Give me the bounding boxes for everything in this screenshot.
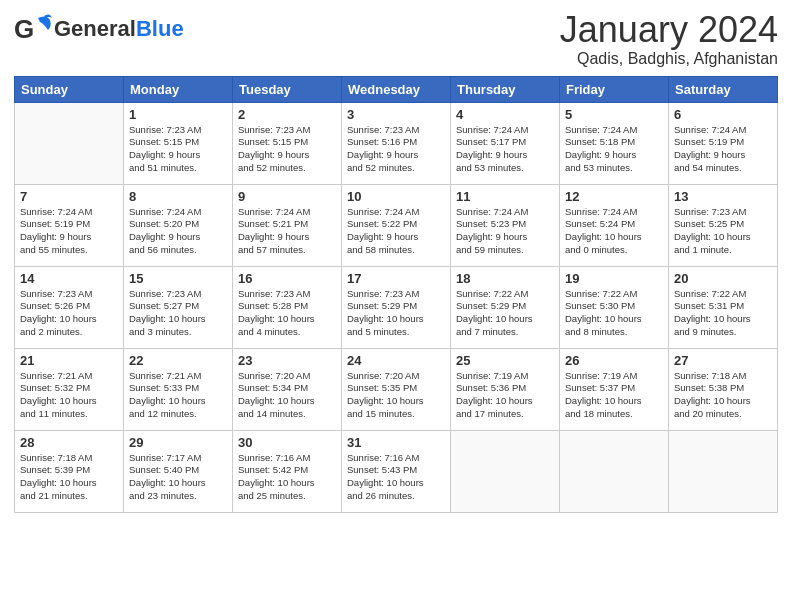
day-number: 17	[347, 271, 445, 286]
col-thursday: Thursday	[451, 76, 560, 102]
table-row: 20Sunrise: 7:22 AM Sunset: 5:31 PM Dayli…	[669, 266, 778, 348]
day-number: 16	[238, 271, 336, 286]
day-info: Sunrise: 7:23 AM Sunset: 5:29 PM Dayligh…	[347, 288, 445, 339]
day-number: 25	[456, 353, 554, 368]
table-row: 12Sunrise: 7:24 AM Sunset: 5:24 PM Dayli…	[560, 184, 669, 266]
calendar-week-row: 21Sunrise: 7:21 AM Sunset: 5:32 PM Dayli…	[15, 348, 778, 430]
table-row: 3Sunrise: 7:23 AM Sunset: 5:16 PM Daylig…	[342, 102, 451, 184]
table-row: 7Sunrise: 7:24 AM Sunset: 5:19 PM Daylig…	[15, 184, 124, 266]
day-number: 2	[238, 107, 336, 122]
day-number: 26	[565, 353, 663, 368]
table-row: 19Sunrise: 7:22 AM Sunset: 5:30 PM Dayli…	[560, 266, 669, 348]
day-info: Sunrise: 7:23 AM Sunset: 5:26 PM Dayligh…	[20, 288, 118, 339]
day-number: 7	[20, 189, 118, 204]
day-number: 8	[129, 189, 227, 204]
day-info: Sunrise: 7:17 AM Sunset: 5:40 PM Dayligh…	[129, 452, 227, 503]
table-row: 18Sunrise: 7:22 AM Sunset: 5:29 PM Dayli…	[451, 266, 560, 348]
day-info: Sunrise: 7:19 AM Sunset: 5:36 PM Dayligh…	[456, 370, 554, 421]
calendar-week-row: 1Sunrise: 7:23 AM Sunset: 5:15 PM Daylig…	[15, 102, 778, 184]
day-number: 30	[238, 435, 336, 450]
day-info: Sunrise: 7:16 AM Sunset: 5:43 PM Dayligh…	[347, 452, 445, 503]
day-number: 4	[456, 107, 554, 122]
col-monday: Monday	[124, 76, 233, 102]
day-number: 31	[347, 435, 445, 450]
table-row: 23Sunrise: 7:20 AM Sunset: 5:34 PM Dayli…	[233, 348, 342, 430]
calendar-table: Sunday Monday Tuesday Wednesday Thursday…	[14, 76, 778, 513]
table-row: 6Sunrise: 7:24 AM Sunset: 5:19 PM Daylig…	[669, 102, 778, 184]
day-info: Sunrise: 7:22 AM Sunset: 5:30 PM Dayligh…	[565, 288, 663, 339]
day-number: 18	[456, 271, 554, 286]
table-row: 31Sunrise: 7:16 AM Sunset: 5:43 PM Dayli…	[342, 430, 451, 512]
day-info: Sunrise: 7:24 AM Sunset: 5:19 PM Dayligh…	[674, 124, 772, 175]
day-number: 23	[238, 353, 336, 368]
day-info: Sunrise: 7:22 AM Sunset: 5:31 PM Dayligh…	[674, 288, 772, 339]
day-number: 15	[129, 271, 227, 286]
day-info: Sunrise: 7:22 AM Sunset: 5:29 PM Dayligh…	[456, 288, 554, 339]
day-number: 6	[674, 107, 772, 122]
table-row	[669, 430, 778, 512]
day-number: 9	[238, 189, 336, 204]
table-row	[451, 430, 560, 512]
calendar-page: G GeneralBlue January 2024 Qadis, Badghi…	[0, 0, 792, 612]
day-number: 21	[20, 353, 118, 368]
table-row	[560, 430, 669, 512]
logo-icon: G	[14, 10, 52, 48]
table-row: 28Sunrise: 7:18 AM Sunset: 5:39 PM Dayli…	[15, 430, 124, 512]
svg-text:G: G	[14, 14, 34, 44]
table-row: 16Sunrise: 7:23 AM Sunset: 5:28 PM Dayli…	[233, 266, 342, 348]
day-number: 1	[129, 107, 227, 122]
table-row: 30Sunrise: 7:16 AM Sunset: 5:42 PM Dayli…	[233, 430, 342, 512]
day-number: 3	[347, 107, 445, 122]
table-row: 25Sunrise: 7:19 AM Sunset: 5:36 PM Dayli…	[451, 348, 560, 430]
day-info: Sunrise: 7:20 AM Sunset: 5:34 PM Dayligh…	[238, 370, 336, 421]
logo: G GeneralBlue	[14, 10, 184, 48]
location: Qadis, Badghis, Afghanistan	[560, 50, 778, 68]
day-number: 5	[565, 107, 663, 122]
day-number: 13	[674, 189, 772, 204]
month-title: January 2024	[560, 10, 778, 50]
table-row: 17Sunrise: 7:23 AM Sunset: 5:29 PM Dayli…	[342, 266, 451, 348]
table-row: 27Sunrise: 7:18 AM Sunset: 5:38 PM Dayli…	[669, 348, 778, 430]
day-info: Sunrise: 7:24 AM Sunset: 5:17 PM Dayligh…	[456, 124, 554, 175]
table-row: 2Sunrise: 7:23 AM Sunset: 5:15 PM Daylig…	[233, 102, 342, 184]
day-info: Sunrise: 7:21 AM Sunset: 5:33 PM Dayligh…	[129, 370, 227, 421]
day-info: Sunrise: 7:24 AM Sunset: 5:20 PM Dayligh…	[129, 206, 227, 257]
col-wednesday: Wednesday	[342, 76, 451, 102]
table-row: 5Sunrise: 7:24 AM Sunset: 5:18 PM Daylig…	[560, 102, 669, 184]
day-number: 29	[129, 435, 227, 450]
table-row: 26Sunrise: 7:19 AM Sunset: 5:37 PM Dayli…	[560, 348, 669, 430]
day-number: 11	[456, 189, 554, 204]
table-row: 11Sunrise: 7:24 AM Sunset: 5:23 PM Dayli…	[451, 184, 560, 266]
day-info: Sunrise: 7:24 AM Sunset: 5:23 PM Dayligh…	[456, 206, 554, 257]
day-info: Sunrise: 7:16 AM Sunset: 5:42 PM Dayligh…	[238, 452, 336, 503]
calendar-week-row: 28Sunrise: 7:18 AM Sunset: 5:39 PM Dayli…	[15, 430, 778, 512]
day-number: 14	[20, 271, 118, 286]
table-row: 14Sunrise: 7:23 AM Sunset: 5:26 PM Dayli…	[15, 266, 124, 348]
calendar-header-row: Sunday Monday Tuesday Wednesday Thursday…	[15, 76, 778, 102]
table-row: 15Sunrise: 7:23 AM Sunset: 5:27 PM Dayli…	[124, 266, 233, 348]
day-info: Sunrise: 7:21 AM Sunset: 5:32 PM Dayligh…	[20, 370, 118, 421]
day-number: 22	[129, 353, 227, 368]
col-friday: Friday	[560, 76, 669, 102]
day-info: Sunrise: 7:18 AM Sunset: 5:39 PM Dayligh…	[20, 452, 118, 503]
table-row: 4Sunrise: 7:24 AM Sunset: 5:17 PM Daylig…	[451, 102, 560, 184]
calendar-week-row: 7Sunrise: 7:24 AM Sunset: 5:19 PM Daylig…	[15, 184, 778, 266]
logo-general-text: General	[54, 16, 136, 42]
day-number: 10	[347, 189, 445, 204]
day-info: Sunrise: 7:23 AM Sunset: 5:15 PM Dayligh…	[129, 124, 227, 175]
table-row: 8Sunrise: 7:24 AM Sunset: 5:20 PM Daylig…	[124, 184, 233, 266]
day-info: Sunrise: 7:24 AM Sunset: 5:21 PM Dayligh…	[238, 206, 336, 257]
table-row: 21Sunrise: 7:21 AM Sunset: 5:32 PM Dayli…	[15, 348, 124, 430]
day-info: Sunrise: 7:18 AM Sunset: 5:38 PM Dayligh…	[674, 370, 772, 421]
table-row: 1Sunrise: 7:23 AM Sunset: 5:15 PM Daylig…	[124, 102, 233, 184]
day-number: 27	[674, 353, 772, 368]
col-sunday: Sunday	[15, 76, 124, 102]
day-number: 28	[20, 435, 118, 450]
day-info: Sunrise: 7:23 AM Sunset: 5:27 PM Dayligh…	[129, 288, 227, 339]
day-info: Sunrise: 7:19 AM Sunset: 5:37 PM Dayligh…	[565, 370, 663, 421]
day-info: Sunrise: 7:24 AM Sunset: 5:22 PM Dayligh…	[347, 206, 445, 257]
logo-blue-text: Blue	[136, 16, 184, 42]
day-info: Sunrise: 7:23 AM Sunset: 5:25 PM Dayligh…	[674, 206, 772, 257]
table-row: 9Sunrise: 7:24 AM Sunset: 5:21 PM Daylig…	[233, 184, 342, 266]
day-number: 12	[565, 189, 663, 204]
